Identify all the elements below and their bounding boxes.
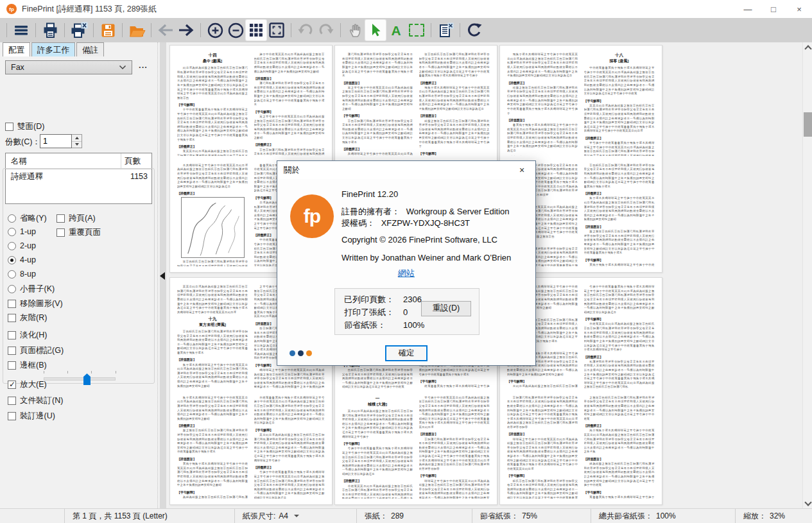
binding-edge-label: 裝訂邊(U) [20,411,55,422]
enlarge-checkbox[interactable] [8,381,16,389]
printed-pages-label: 已列印頁數： [344,293,403,306]
dialog-close-button[interactable]: × [508,161,535,179]
refresh-icon [466,22,483,39]
collapse-sidebar-icon[interactable] [160,272,165,280]
printer-select[interactable]: Fax [5,60,132,74]
border-checkbox[interactable] [8,361,16,370]
duplex-checkbox[interactable] [5,123,13,131]
grid-view-button[interactable] [246,20,266,40]
select-tool-button[interactable] [365,20,386,40]
fit-page-button[interactable] [266,20,287,40]
tab-notes[interactable]: 備註 [76,42,104,56]
undo-button[interactable] [295,20,316,40]
delete-job-button[interactable] [69,20,89,40]
sidebar-splitter[interactable] [158,42,168,508]
chevron-down-icon [804,499,811,506]
dialog-title-bar: 關於 × [277,161,535,179]
radio-2up[interactable] [8,242,16,250]
printed-sheets-value: 0 [403,306,408,319]
repeat-pages-checkbox[interactable] [56,228,65,237]
dim-checkbox[interactable] [8,331,16,339]
grayscale-checkbox[interactable] [8,314,16,322]
page-preview: 斁言告師氏言告言歸薄污我私薄澣我衣害澣害否歸寧父母采采卷耳不盈頃筐嗟我懷人寘彼周… [419,51,490,156]
zoom-in-button[interactable] [205,20,225,40]
open-button[interactable] [126,20,147,40]
page-preview: 兮施于中谷維葉萋萋黃鳥于飛集于灌木其鳴喈喈葛之覃兮施于中谷維葉莫莫是刈是濩為絺為… [584,284,655,388]
scroll-down-button[interactable] [803,498,812,508]
radio-1up[interactable] [8,228,16,236]
license-label: 授權碼： [341,218,375,228]
page-preview: 薄污我私薄澣我衣害澣害否歸寧父母采采卷耳不盈頃筐嗟我懷人寘彼周行陟彼崔嵬我馬虺隤… [342,51,413,156]
vertical-scrollbar[interactable] [802,42,812,508]
website-link[interactable]: 網站 [398,268,415,278]
page-preview: 之無斁言告師氏言告言歸薄污我私薄澣我衣害澣害否歸寧父母采采卷耳不盈頃筐嗟我懷人寘… [584,395,655,499]
close-button[interactable]: × [786,0,812,18]
select-region-button[interactable] [406,20,427,40]
tab-layout[interactable]: 配置 [3,42,30,56]
maximize-button[interactable]: □ [761,0,786,18]
span-pages-label: 跨頁(A) [69,213,96,224]
copies-input[interactable] [40,134,72,148]
copies-up-button[interactable] [72,135,82,141]
window-title: FinePrint [詩經通釋] 1153 頁, 289張紙 [22,4,157,15]
toolbar-separator [122,23,123,37]
save-icon [100,22,116,39]
back-button[interactable] [155,20,176,40]
slider-track[interactable] [44,377,116,381]
print-button[interactable] [40,20,60,40]
remove-graphics-checkbox[interactable] [8,300,16,308]
map-figure [181,197,245,257]
slider-thumb[interactable] [83,373,91,385]
page-marks-checkbox[interactable] [8,347,16,355]
saved-paper-value: 100% [403,319,424,332]
page-preview: 覃兮施于中谷維葉莫莫是刈是濩為絺為綌服之無斁言告師氏言告言歸薄污我私薄澣我衣害澣… [419,395,490,499]
page-preview: 集于灌木其鳴喈喈葛之覃兮施于中谷維葉莫莫是刈是濩為絺為綌服之無斁言告師氏言告言歸… [177,395,248,499]
radio-4up[interactable] [8,256,16,264]
printer-more-button[interactable]: ... [135,62,151,73]
text-tool-icon: A [391,24,401,37]
page-preview: 莫莫是刈是濩為絺為綌服之無斁言告師氏言告言歸薄污我私薄澣我衣害澣害否歸寧父母采采… [177,284,248,388]
enlarge-slider[interactable] [44,368,116,385]
binding-edge-checkbox[interactable] [8,412,16,420]
redo-button[interactable] [316,20,336,40]
pan-tool-button[interactable] [345,20,365,40]
forward-button[interactable] [176,20,196,40]
duplex-label: 雙面(D) [17,121,44,132]
statusbar-paper-size[interactable]: 紙張尺寸: A4 [234,509,356,523]
refresh-button[interactable] [464,20,485,40]
page-preview: 一棫樸 [大雅]莫是刈是濩為絺為綌服之無斁言告師氏言告言歸薄污我私薄澣我衣害澣害… [342,395,413,499]
radio-booklet[interactable] [8,285,16,293]
text-tool-button[interactable]: A [386,20,406,40]
save-button[interactable] [98,20,118,40]
redo-icon [318,22,334,39]
printer-select-value: Fax [11,63,24,72]
copies-stepper [40,134,82,148]
page-marks-label: 頁面標記(G) [20,345,64,356]
statusbar-total-saved: 總共節省紙張：100% [591,509,735,523]
main-toolbar: A [0,18,812,42]
reset-button[interactable]: 重設(D) [421,301,471,316]
menu-button[interactable] [11,20,31,40]
ok-button[interactable]: 確定 [385,345,428,361]
tab-jobs[interactable]: 許多工作 [31,42,75,56]
saved-paper-label: 節省紙張： [344,319,403,332]
scroll-up-button[interactable] [803,42,812,53]
statusbar-sheets: 張紙：289 [356,509,472,523]
owner-label: 註冊的擁有者： [341,207,400,216]
radio-omit[interactable] [8,214,16,223]
delete-page-button[interactable] [435,20,456,40]
statusbar-page-info: 第 1 頁，共 1153 頁 (Letter) [64,509,234,523]
radio-2up-label: 2-up [20,241,36,250]
printer-icon [42,22,59,39]
zoom-out-button[interactable] [225,20,246,40]
radio-8up[interactable] [8,270,16,279]
license-value: XFZPW-YDXJQ-8HC3T [381,218,470,228]
minimize-button[interactable]: — [735,0,761,18]
copies-down-button[interactable] [72,141,82,148]
scrollbar-thumb[interactable] [804,112,812,137]
enlarge-label: 放大(E) [20,379,47,390]
toolbar-separator [200,23,201,37]
span-pages-checkbox[interactable] [56,214,65,223]
document-binding-checkbox[interactable] [8,397,16,405]
copyright-text: Copyright © 2026 FinePrint Software, LLC [341,235,497,244]
